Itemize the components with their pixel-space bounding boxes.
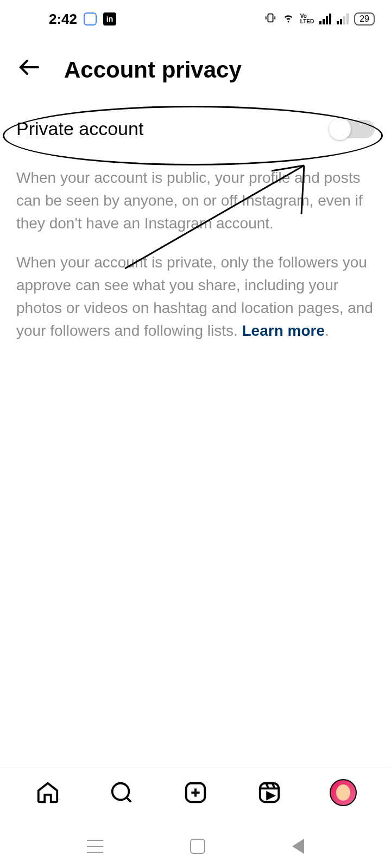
recents-button[interactable]: [87, 840, 103, 853]
signal-2-icon: [337, 14, 349, 24]
battery-indicator: 29: [354, 12, 375, 25]
wifi-icon: [282, 11, 295, 28]
description-text: When your account is public, your profil…: [0, 150, 391, 375]
status-time: 2:42: [49, 11, 77, 28]
svg-line-8: [127, 797, 131, 802]
status-right: Vo LTED 29: [264, 11, 375, 28]
create-tab[interactable]: [182, 779, 209, 806]
description-paragraph-1: When your account is public, your profil…: [16, 167, 375, 235]
vibrate-icon: [264, 11, 276, 28]
learn-more-link[interactable]: Learn more: [242, 322, 325, 339]
home-button[interactable]: [190, 839, 205, 854]
linkedin-icon: in: [103, 12, 116, 25]
page-title: Account privacy: [64, 57, 242, 83]
toggle-thumb: [329, 118, 351, 140]
app-icon: [84, 12, 97, 25]
bottom-nav: [0, 768, 391, 816]
svg-point-7: [112, 783, 129, 800]
private-account-toggle[interactable]: [331, 120, 375, 138]
signal-1-icon: [319, 14, 331, 24]
status-left: 2:42 in: [49, 11, 116, 28]
svg-marker-16: [267, 793, 274, 799]
status-bar: 2:42 in Vo LTED 29: [0, 0, 391, 38]
back-system-button[interactable]: [292, 839, 304, 854]
home-tab[interactable]: [34, 779, 61, 806]
profile-tab[interactable]: [330, 779, 357, 806]
private-account-row[interactable]: Private account: [0, 107, 391, 150]
search-tab[interactable]: [108, 779, 135, 806]
description-paragraph-2: When your account is private, only the f…: [16, 251, 375, 342]
volte-icon: Vo LTED: [300, 14, 314, 24]
avatar-icon: [330, 779, 357, 806]
svg-rect-0: [268, 14, 273, 22]
private-account-label: Private account: [16, 118, 143, 139]
reels-tab[interactable]: [256, 779, 283, 806]
header: Account privacy: [0, 38, 391, 107]
system-nav: [0, 825, 391, 868]
back-button[interactable]: [16, 54, 42, 86]
